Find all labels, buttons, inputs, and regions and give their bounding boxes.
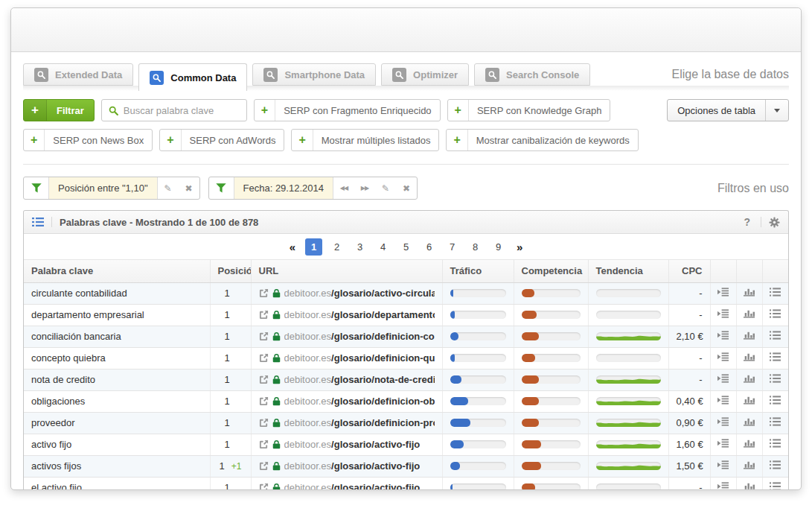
history-chart-icon[interactable] — [744, 439, 755, 448]
url-link[interactable]: debitoor.es/glosario/definicion-conci… — [284, 331, 435, 342]
tab-common-data[interactable]: Common Data — [138, 63, 247, 91]
tab-search-console[interactable]: Search Console — [474, 63, 590, 86]
serp-adwords-button[interactable]: + SERP con AdWords — [159, 129, 284, 151]
page-button-2[interactable]: 2 — [328, 238, 345, 256]
keyword-cell[interactable]: el activo fijo — [24, 477, 210, 490]
history-chart-icon[interactable] — [744, 417, 755, 426]
keyword-cell[interactable]: obligaciones — [24, 390, 210, 412]
previous-date-icon[interactable]: ◀◀ — [333, 177, 354, 199]
url-link[interactable]: debitoor.es/glosario/activo-circulant… — [284, 288, 435, 299]
keyword-options-icon[interactable] — [770, 331, 781, 340]
page-button-5[interactable]: 5 — [397, 238, 415, 256]
pagination-next-icon[interactable]: » — [517, 241, 522, 253]
keyword-options-icon[interactable] — [770, 417, 781, 426]
history-chart-icon[interactable] — [744, 331, 755, 340]
url-link[interactable]: debitoor.es/glosario/activo-fijo — [284, 439, 421, 450]
keyword-options-icon[interactable] — [770, 374, 781, 383]
serp-snippet-icon[interactable] — [717, 439, 729, 448]
external-link-icon[interactable] — [259, 310, 269, 320]
list-menu-icon[interactable] — [32, 218, 44, 226]
external-link-icon[interactable] — [259, 461, 269, 471]
remove-filter-icon[interactable]: ✖ — [396, 177, 417, 199]
url-link[interactable]: debitoor.es/glosario/definicion-prove… — [284, 417, 435, 428]
page-button-3[interactable]: 3 — [351, 238, 368, 256]
remove-filter-icon[interactable]: ✖ — [179, 177, 199, 199]
keyword-cell[interactable]: concepto quiebra — [24, 347, 210, 369]
tab-extended-data[interactable]: Extended Data — [23, 63, 133, 86]
serp-news-box-button[interactable]: + SERP con News Box — [23, 129, 153, 151]
col-keyword[interactable]: Palabra clave — [24, 260, 210, 282]
keyword-cell[interactable]: activo fijo — [24, 434, 210, 455]
serp-snippet-icon[interactable] — [717, 309, 729, 318]
serp-snippet-icon[interactable] — [717, 374, 729, 383]
history-chart-icon[interactable] — [744, 482, 755, 490]
history-chart-icon[interactable] — [744, 374, 755, 383]
tab-smartphone-data[interactable]: Smartphone Data — [252, 63, 376, 86]
keyword-cell[interactable]: activos fijos — [24, 455, 210, 477]
keyword-options-icon[interactable] — [770, 460, 781, 469]
history-chart-icon[interactable] — [744, 309, 755, 318]
serp-rich-snippet-button[interactable]: + SERP con Fragmento Enriquecido — [254, 99, 441, 121]
page-button-6[interactable]: 6 — [421, 238, 438, 256]
external-link-icon[interactable] — [259, 353, 269, 363]
edit-filter-icon[interactable]: ✎ — [158, 177, 179, 199]
keyword-cell[interactable]: circulante contabilidad — [24, 282, 210, 304]
url-link[interactable]: debitoor.es/glosario/nota-de-credito — [284, 374, 435, 385]
pagination-prev-icon[interactable]: « — [290, 241, 295, 253]
url-link[interactable]: debitoor.es/glosario/departamento — [284, 309, 435, 320]
keyword-cell[interactable]: proveedor — [24, 412, 210, 434]
col-url[interactable]: URL — [251, 260, 442, 282]
help-icon[interactable]: ? — [741, 216, 753, 228]
page-button-8[interactable]: 8 — [467, 238, 484, 256]
keyword-options-icon[interactable] — [770, 396, 781, 405]
history-chart-icon[interactable] — [744, 288, 755, 296]
serp-snippet-icon[interactable] — [717, 417, 729, 426]
col-competition[interactable]: Competencia — [514, 260, 588, 282]
url-link[interactable]: debitoor.es/glosario/definicion-oblig… — [284, 396, 435, 407]
external-link-icon[interactable] — [259, 396, 269, 406]
keyword-cell[interactable]: conciliación bancaria — [24, 326, 210, 347]
keyword-options-icon[interactable] — [770, 352, 781, 361]
keyword-cannibalization-button[interactable]: + Mostrar canibalización de keywords — [446, 129, 638, 151]
serp-snippet-icon[interactable] — [717, 352, 729, 361]
filter-button[interactable]: + Filtrar — [23, 99, 95, 121]
serp-snippet-icon[interactable] — [717, 460, 729, 469]
url-link[interactable]: debitoor.es/glosario/activo-fijo — [284, 482, 421, 490]
tab-optimizer[interactable]: Optimizer — [381, 63, 469, 86]
search-input[interactable] — [124, 105, 246, 116]
col-traffic[interactable]: Tráfico — [442, 260, 514, 282]
url-link[interactable]: debitoor.es/glosario/activo-fijo — [284, 460, 421, 472]
keyword-options-icon[interactable] — [770, 288, 781, 296]
page-button-4[interactable]: 4 — [374, 238, 391, 256]
table-options-button[interactable]: Opciones de tabla — [667, 99, 789, 121]
history-chart-icon[interactable] — [744, 460, 755, 469]
multiple-listings-button[interactable]: + Mostrar múltiples listados — [291, 129, 439, 151]
keyword-options-icon[interactable] — [770, 309, 781, 318]
serp-snippet-icon[interactable] — [717, 288, 729, 296]
col-trend[interactable]: Tendencia — [588, 260, 668, 282]
serp-snippet-icon[interactable] — [717, 482, 729, 490]
next-date-icon[interactable]: ▶▶ — [354, 177, 375, 199]
external-link-icon[interactable] — [259, 440, 269, 449]
caret-down-icon[interactable] — [765, 100, 788, 121]
serp-knowledge-graph-button[interactable]: + SERP con Knowledge Graph — [447, 99, 611, 121]
external-link-icon[interactable] — [259, 418, 269, 428]
serp-snippet-icon[interactable] — [717, 396, 729, 405]
url-link[interactable]: debitoor.es/glosario/definicion-quieb… — [284, 352, 435, 364]
external-link-icon[interactable] — [259, 332, 269, 341]
keyword-search-box[interactable] — [101, 99, 247, 121]
page-button-9[interactable]: 9 — [490, 238, 507, 256]
page-button-7[interactable]: 7 — [444, 238, 461, 256]
col-position[interactable]: Posició... — [210, 260, 251, 282]
external-link-icon[interactable] — [259, 288, 269, 298]
keyword-options-icon[interactable] — [770, 439, 781, 448]
history-chart-icon[interactable] — [744, 396, 755, 405]
edit-filter-icon[interactable]: ✎ — [375, 177, 396, 199]
gear-icon[interactable] — [769, 217, 780, 228]
keyword-cell[interactable]: departamento empresarial — [24, 304, 210, 326]
serp-snippet-icon[interactable] — [717, 331, 729, 340]
history-chart-icon[interactable] — [744, 352, 755, 361]
page-button-1[interactable]: 1 — [305, 238, 322, 256]
external-link-icon[interactable] — [259, 375, 269, 384]
col-cpc[interactable]: CPC — [668, 260, 710, 282]
